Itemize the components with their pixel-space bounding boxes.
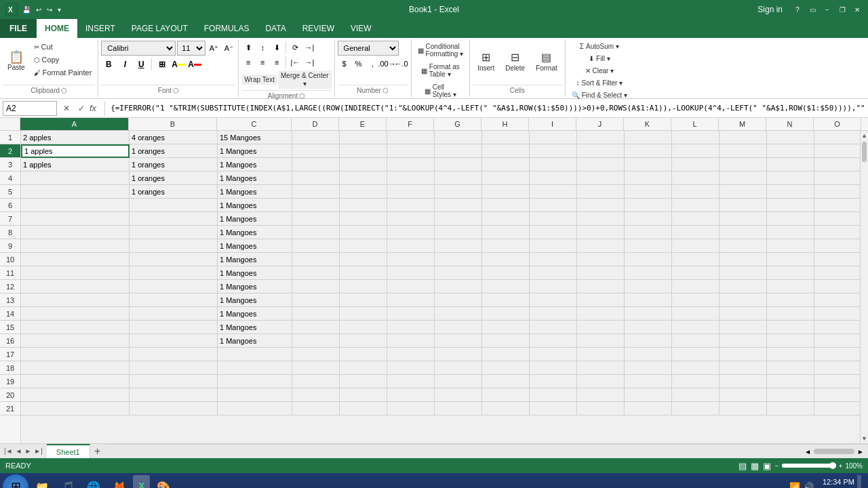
cell-l10[interactable] [672,253,719,266]
cell-n4[interactable] [767,171,814,185]
cell-l11[interactable] [672,266,719,280]
cell-a13[interactable] [21,293,130,307]
row-header-5[interactable]: 5 [0,185,20,199]
add-sheet-button[interactable]: + [90,444,105,458]
h-scroll-bar[interactable] [814,449,854,454]
cell-d5[interactable] [292,185,340,199]
cell-a1[interactable]: 2 apples [21,131,130,144]
cell-d13[interactable] [292,293,340,307]
cell-o9[interactable] [814,239,860,253]
cell-i15[interactable] [530,321,577,334]
cell-k18[interactable] [625,361,672,375]
cell-e12[interactable] [340,280,387,293]
cell-k11[interactable] [625,266,672,280]
cell-c6[interactable]: 1 Mangoes [218,199,292,212]
cell-d14[interactable] [292,307,340,321]
cell-g10[interactable] [435,253,482,266]
cell-d10[interactable] [292,253,340,266]
row-header-13[interactable]: 13 [0,293,20,307]
vertical-scrollbar[interactable]: ▲ ▼ [860,131,868,443]
cell-g6[interactable] [435,199,482,212]
cell-l12[interactable] [672,280,719,293]
cell-l5[interactable] [672,185,719,199]
redo-quick-btn[interactable]: ↪ [45,5,54,15]
cell-g18[interactable] [435,361,482,375]
cell-a14[interactable] [21,307,130,321]
cell-k17[interactable] [625,348,672,361]
cell-m17[interactable] [719,348,767,361]
align-right-btn[interactable]: ≡ [270,56,283,69]
cell-a4[interactable] [21,171,130,185]
bold-button[interactable]: B [101,57,116,72]
cell-a20[interactable] [21,388,130,402]
cell-n6[interactable] [767,199,814,212]
cell-l21[interactable] [672,402,719,415]
col-header-k[interactable]: K [624,118,671,130]
cell-c14[interactable]: 1 Mangoes [218,307,292,321]
cell-a17[interactable] [21,348,130,361]
cell-b19[interactable] [130,375,218,388]
cell-m7[interactable] [719,212,767,226]
cell-e4[interactable] [340,171,387,185]
cell-c11[interactable]: 1 Mangoes [218,266,292,280]
cell-f1[interactable] [387,131,435,144]
zoom-in-btn[interactable]: + [839,462,843,470]
cell-k13[interactable] [625,293,672,307]
cell-h13[interactable] [482,293,530,307]
cell-e8[interactable] [340,226,387,239]
cell-g20[interactable] [435,388,482,402]
cell-f14[interactable] [387,307,435,321]
cell-f5[interactable] [387,185,435,199]
cell-h6[interactable] [482,199,530,212]
autosum-button[interactable]: Σ AutoSum▾ [568,41,631,52]
cell-g7[interactable] [435,212,482,226]
cell-i21[interactable] [530,402,577,415]
cell-j18[interactable] [577,361,625,375]
cell-g4[interactable] [435,171,482,185]
conditional-formatting-button[interactable]: ▦ ConditionalFormatting ▾ [414,41,467,60]
cell-c1[interactable]: 15 Mangoes [218,131,292,144]
cell-b13[interactable] [130,293,218,307]
accounting-btn[interactable]: $ [338,57,351,70]
cell-l7[interactable] [672,212,719,226]
col-header-d[interactable]: D [292,118,339,130]
cell-b21[interactable] [130,402,218,415]
cell-o19[interactable] [814,375,860,388]
cell-k5[interactable] [625,185,672,199]
insert-button[interactable]: ⊞ Insert [473,41,499,81]
normal-view-btn[interactable]: ▤ [738,461,747,471]
cell-b10[interactable] [130,253,218,266]
cell-b18[interactable] [130,361,218,375]
cell-m10[interactable] [719,253,767,266]
cell-e7[interactable] [340,212,387,226]
cell-k2[interactable] [625,144,672,158]
ribbon-display-btn[interactable]: ▭ [807,4,818,15]
cell-n21[interactable] [767,402,814,415]
cell-o6[interactable] [814,199,860,212]
tab-page-layout[interactable]: PAGE LAYOUT [123,19,196,38]
cell-g5[interactable] [435,185,482,199]
cell-o2[interactable] [814,144,860,158]
row-header-3[interactable]: 3 [0,158,20,171]
cell-b4[interactable]: 1 oranges [130,171,218,185]
cell-i2[interactable] [530,144,577,158]
cell-i8[interactable] [530,226,577,239]
col-header-j[interactable]: J [576,118,624,130]
cell-n8[interactable] [767,226,814,239]
cell-d20[interactable] [292,388,340,402]
cell-b14[interactable] [130,307,218,321]
scroll-left-btn[interactable]: ◄ [804,448,811,455]
cell-i16[interactable] [530,334,577,348]
cell-h7[interactable] [482,212,530,226]
cell-a8[interactable] [21,226,130,239]
cell-n18[interactable] [767,361,814,375]
cell-i13[interactable] [530,293,577,307]
cell-i17[interactable] [530,348,577,361]
underline-button[interactable]: U [134,57,149,72]
decrease-font-btn[interactable]: A⁻ [222,41,235,55]
cell-e15[interactable] [340,321,387,334]
cell-g21[interactable] [435,402,482,415]
cell-m14[interactable] [719,307,767,321]
cell-e13[interactable] [340,293,387,307]
cell-f13[interactable] [387,293,435,307]
